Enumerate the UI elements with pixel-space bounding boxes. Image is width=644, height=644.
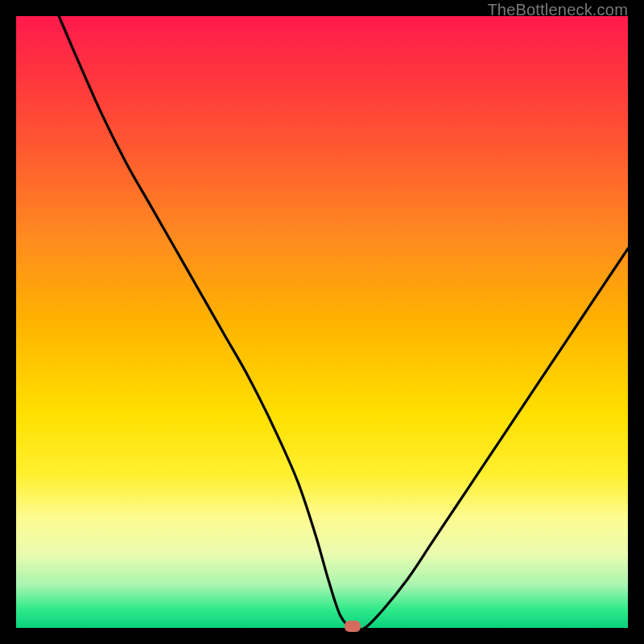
chart-frame: TheBottleneck.com	[0, 0, 644, 644]
plot-area	[16, 16, 628, 628]
bottleneck-chart	[16, 16, 628, 628]
bottleneck-curve	[59, 16, 628, 630]
optimal-marker	[345, 621, 361, 632]
